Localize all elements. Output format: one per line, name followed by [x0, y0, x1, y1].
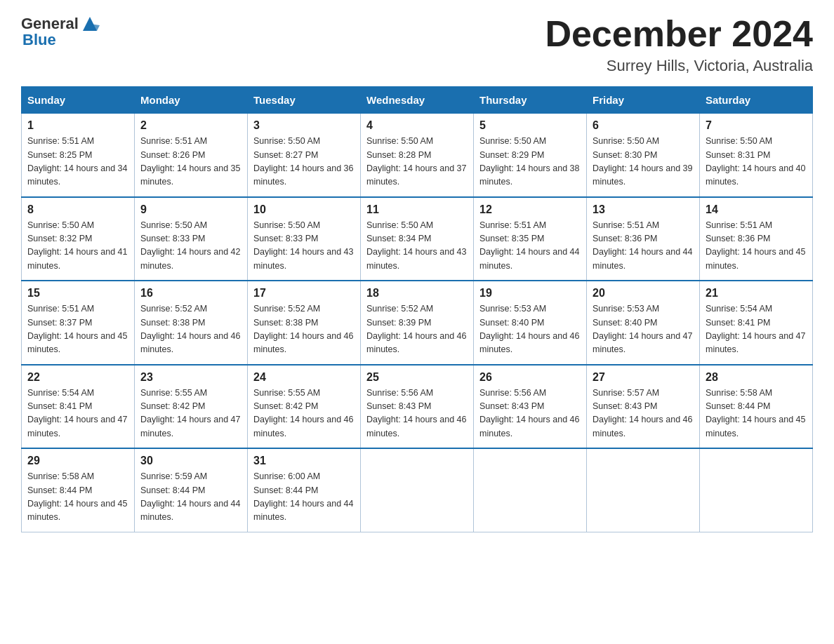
calendar-day-cell: 17Sunrise: 5:52 AMSunset: 8:38 PMDayligh… [248, 281, 361, 365]
title-block: December 2024 Surrey Hills, Victoria, Au… [545, 14, 813, 75]
month-title: December 2024 [545, 14, 813, 54]
calendar-day-cell [361, 448, 474, 532]
calendar-week-row: 29Sunrise: 5:58 AMSunset: 8:44 PMDayligh… [22, 448, 813, 532]
day-info: Sunrise: 5:50 AMSunset: 8:31 PMDaylight:… [706, 135, 807, 189]
calendar-week-row: 22Sunrise: 5:54 AMSunset: 8:41 PMDayligh… [22, 365, 813, 449]
calendar-day-cell: 29Sunrise: 5:58 AMSunset: 8:44 PMDayligh… [22, 448, 135, 532]
day-info: Sunrise: 5:53 AMSunset: 8:40 PMDaylight:… [593, 302, 694, 357]
day-info: Sunrise: 5:51 AMSunset: 8:35 PMDaylight:… [479, 219, 581, 274]
day-info: Sunrise: 5:51 AMSunset: 8:36 PMDaylight:… [706, 219, 807, 274]
page-header: General Blue December 2024 Surrey Hills,… [21, 14, 813, 75]
day-number: 1 [27, 119, 128, 132]
calendar-day-cell: 3Sunrise: 5:50 AMSunset: 8:27 PMDaylight… [248, 114, 361, 197]
day-number: 22 [27, 371, 128, 384]
day-number: 29 [27, 455, 128, 467]
day-info: Sunrise: 5:54 AMSunset: 8:41 PMDaylight:… [27, 387, 128, 441]
logo-blue-text: Blue [22, 31, 56, 49]
day-info: Sunrise: 5:54 AMSunset: 8:41 PMDaylight:… [706, 302, 807, 357]
day-info: Sunrise: 5:51 AMSunset: 8:37 PMDaylight:… [27, 302, 128, 357]
day-info: Sunrise: 5:50 AMSunset: 8:30 PMDaylight:… [593, 135, 694, 189]
day-info: Sunrise: 5:52 AMSunset: 8:38 PMDaylight:… [253, 302, 355, 357]
calendar-day-cell: 16Sunrise: 5:52 AMSunset: 8:38 PMDayligh… [135, 281, 248, 365]
calendar-header-wednesday: Wednesday [361, 87, 474, 114]
day-number: 25 [366, 371, 468, 384]
day-info: Sunrise: 5:50 AMSunset: 8:28 PMDaylight:… [366, 135, 468, 189]
calendar-day-cell [474, 448, 587, 532]
calendar-day-cell: 14Sunrise: 5:51 AMSunset: 8:36 PMDayligh… [700, 197, 813, 281]
calendar-day-cell: 30Sunrise: 5:59 AMSunset: 8:44 PMDayligh… [135, 448, 248, 532]
day-info: Sunrise: 5:57 AMSunset: 8:43 PMDaylight:… [593, 387, 694, 441]
logo: General Blue [21, 14, 100, 49]
day-number: 21 [706, 287, 807, 300]
day-number: 27 [593, 371, 694, 384]
day-number: 5 [479, 119, 581, 132]
calendar-table: SundayMondayTuesdayWednesdayThursdayFrid… [21, 86, 813, 532]
calendar-day-cell: 26Sunrise: 5:56 AMSunset: 8:43 PMDayligh… [474, 365, 587, 449]
day-number: 28 [706, 371, 807, 384]
day-number: 2 [140, 119, 241, 132]
day-number: 12 [479, 203, 581, 216]
day-info: Sunrise: 5:51 AMSunset: 8:25 PMDaylight:… [27, 135, 128, 189]
calendar-day-cell: 20Sunrise: 5:53 AMSunset: 8:40 PMDayligh… [587, 281, 700, 365]
calendar-day-cell: 1Sunrise: 5:51 AMSunset: 8:25 PMDaylight… [22, 114, 135, 197]
day-number: 20 [593, 287, 694, 300]
day-number: 4 [366, 119, 468, 132]
calendar-day-cell: 19Sunrise: 5:53 AMSunset: 8:40 PMDayligh… [474, 281, 587, 365]
day-info: Sunrise: 5:55 AMSunset: 8:42 PMDaylight:… [140, 387, 241, 441]
day-number: 26 [479, 371, 581, 384]
day-number: 31 [253, 455, 355, 467]
day-number: 30 [140, 455, 241, 467]
day-info: Sunrise: 6:00 AMSunset: 8:44 PMDaylight:… [253, 470, 355, 525]
logo-icon [80, 14, 100, 34]
calendar-header-row: SundayMondayTuesdayWednesdayThursdayFrid… [22, 87, 813, 114]
calendar-day-cell: 13Sunrise: 5:51 AMSunset: 8:36 PMDayligh… [587, 197, 700, 281]
day-number: 8 [27, 203, 128, 216]
day-number: 17 [253, 287, 355, 300]
calendar-header-monday: Monday [135, 87, 248, 114]
location-title: Surrey Hills, Victoria, Australia [545, 57, 813, 75]
calendar-day-cell: 10Sunrise: 5:50 AMSunset: 8:33 PMDayligh… [248, 197, 361, 281]
day-info: Sunrise: 5:51 AMSunset: 8:36 PMDaylight:… [593, 219, 694, 274]
calendar-day-cell [700, 448, 813, 532]
day-number: 13 [593, 203, 694, 216]
day-info: Sunrise: 5:50 AMSunset: 8:29 PMDaylight:… [479, 135, 581, 189]
calendar-day-cell: 7Sunrise: 5:50 AMSunset: 8:31 PMDaylight… [700, 114, 813, 197]
calendar-day-cell: 5Sunrise: 5:50 AMSunset: 8:29 PMDaylight… [474, 114, 587, 197]
day-number: 14 [706, 203, 807, 216]
day-number: 10 [253, 203, 355, 216]
day-info: Sunrise: 5:56 AMSunset: 8:43 PMDaylight:… [366, 387, 468, 441]
calendar-day-cell: 15Sunrise: 5:51 AMSunset: 8:37 PMDayligh… [22, 281, 135, 365]
day-number: 19 [479, 287, 581, 300]
calendar-day-cell: 4Sunrise: 5:50 AMSunset: 8:28 PMDaylight… [361, 114, 474, 197]
calendar-day-cell: 27Sunrise: 5:57 AMSunset: 8:43 PMDayligh… [587, 365, 700, 449]
day-info: Sunrise: 5:50 AMSunset: 8:32 PMDaylight:… [27, 219, 128, 274]
day-number: 3 [253, 119, 355, 132]
day-number: 11 [366, 203, 468, 216]
day-info: Sunrise: 5:58 AMSunset: 8:44 PMDaylight:… [27, 470, 128, 525]
day-info: Sunrise: 5:51 AMSunset: 8:26 PMDaylight:… [140, 135, 241, 189]
day-number: 16 [140, 287, 241, 300]
day-number: 15 [27, 287, 128, 300]
day-number: 24 [253, 371, 355, 384]
calendar-header-thursday: Thursday [474, 87, 587, 114]
calendar-day-cell: 23Sunrise: 5:55 AMSunset: 8:42 PMDayligh… [135, 365, 248, 449]
calendar-day-cell: 9Sunrise: 5:50 AMSunset: 8:33 PMDaylight… [135, 197, 248, 281]
day-info: Sunrise: 5:56 AMSunset: 8:43 PMDaylight:… [479, 387, 581, 441]
calendar-day-cell: 21Sunrise: 5:54 AMSunset: 8:41 PMDayligh… [700, 281, 813, 365]
calendar-day-cell: 6Sunrise: 5:50 AMSunset: 8:30 PMDaylight… [587, 114, 700, 197]
calendar-day-cell: 2Sunrise: 5:51 AMSunset: 8:26 PMDaylight… [135, 114, 248, 197]
calendar-day-cell: 22Sunrise: 5:54 AMSunset: 8:41 PMDayligh… [22, 365, 135, 449]
calendar-day-cell: 12Sunrise: 5:51 AMSunset: 8:35 PMDayligh… [474, 197, 587, 281]
day-info: Sunrise: 5:50 AMSunset: 8:33 PMDaylight:… [140, 219, 241, 274]
day-number: 6 [593, 119, 694, 132]
calendar-day-cell: 18Sunrise: 5:52 AMSunset: 8:39 PMDayligh… [361, 281, 474, 365]
calendar-day-cell: 11Sunrise: 5:50 AMSunset: 8:34 PMDayligh… [361, 197, 474, 281]
day-info: Sunrise: 5:55 AMSunset: 8:42 PMDaylight:… [253, 387, 355, 441]
day-info: Sunrise: 5:50 AMSunset: 8:33 PMDaylight:… [253, 219, 355, 274]
day-info: Sunrise: 5:58 AMSunset: 8:44 PMDaylight:… [706, 387, 807, 441]
day-info: Sunrise: 5:53 AMSunset: 8:40 PMDaylight:… [479, 302, 581, 357]
calendar-header-tuesday: Tuesday [248, 87, 361, 114]
day-info: Sunrise: 5:59 AMSunset: 8:44 PMDaylight:… [140, 470, 241, 525]
calendar-header-sunday: Sunday [22, 87, 135, 114]
day-number: 9 [140, 203, 241, 216]
